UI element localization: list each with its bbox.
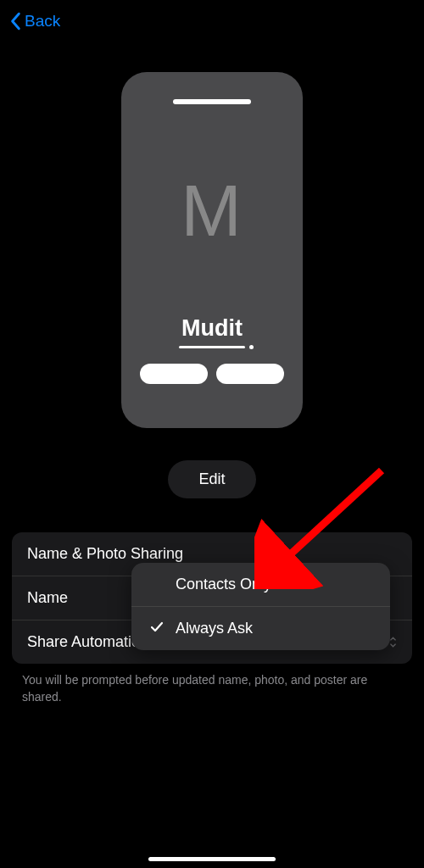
row-label: Name & Photo Sharing xyxy=(27,545,183,563)
contact-poster-preview: M Mudit xyxy=(121,72,303,428)
contact-name: Mudit xyxy=(181,315,243,342)
back-button[interactable]: Back xyxy=(10,12,60,31)
share-automatically-menu: Contacts Only Always Ask xyxy=(131,563,390,650)
option-label: Contacts Only xyxy=(176,576,271,593)
action-pill xyxy=(140,364,208,384)
updown-selector-icon xyxy=(389,637,397,648)
back-label: Back xyxy=(25,12,60,31)
action-pill-row xyxy=(140,364,284,384)
monogram: M xyxy=(181,169,243,253)
menu-option-contacts-only[interactable]: Contacts Only xyxy=(131,563,390,607)
edit-button[interactable]: Edit xyxy=(168,460,255,498)
notch-bar xyxy=(173,99,251,104)
row-label: Name xyxy=(27,589,68,607)
menu-option-always-ask[interactable]: Always Ask xyxy=(131,607,390,650)
checkmark-icon xyxy=(150,620,165,637)
chevron-left-icon xyxy=(10,12,22,31)
name-underline xyxy=(179,346,245,348)
footer-hint: You will be prompted before updated name… xyxy=(0,664,424,714)
home-indicator[interactable] xyxy=(148,857,276,861)
action-pill xyxy=(216,364,284,384)
option-label: Always Ask xyxy=(176,620,253,637)
